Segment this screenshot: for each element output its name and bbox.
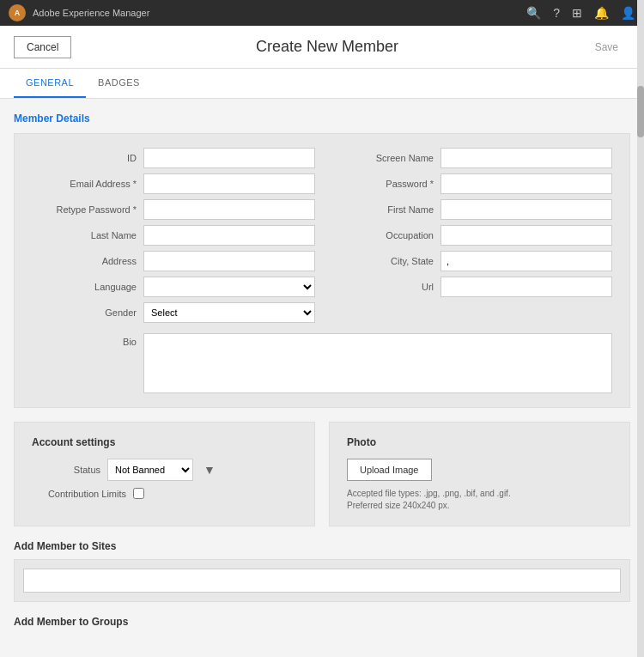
status-select[interactable]: Not Banned Banned bbox=[107, 459, 193, 481]
form-right-col: Screen Name Password * First Name Occupa… bbox=[329, 148, 612, 328]
tabs-bar: GENERAL BADGES bbox=[0, 69, 644, 99]
retype-password-label: Retype Password * bbox=[32, 204, 143, 215]
city-state-input[interactable] bbox=[440, 251, 612, 271]
status-row: Status Not Banned Banned ▼ bbox=[32, 459, 297, 481]
upload-image-button[interactable]: Upload Image bbox=[347, 459, 432, 481]
scrollbar[interactable] bbox=[637, 0, 644, 657]
account-photo-row: Account settings Status Not Banned Banne… bbox=[14, 422, 630, 526]
user-icon[interactable]: 👤 bbox=[621, 6, 635, 20]
sites-input-box bbox=[14, 559, 630, 602]
photo-hint: Accepted file types: .jpg, .png, .bif, a… bbox=[347, 488, 511, 512]
last-name-label: Last Name bbox=[32, 230, 143, 240]
url-input[interactable] bbox=[440, 277, 612, 297]
address-field-row: Address bbox=[32, 251, 315, 271]
last-name-input[interactable] bbox=[143, 225, 315, 246]
help-icon[interactable]: ? bbox=[553, 6, 560, 20]
first-name-label: First Name bbox=[329, 204, 440, 215]
language-field-row: Language bbox=[32, 277, 315, 297]
occupation-field-row: Occupation bbox=[329, 225, 612, 246]
id-label: ID bbox=[32, 153, 143, 163]
tab-badges[interactable]: BADGES bbox=[86, 69, 152, 98]
add-to-groups-title: Add Member to Groups bbox=[14, 616, 630, 628]
email-input[interactable] bbox=[143, 173, 315, 194]
content-area: Member Details ID Email Address * Retype… bbox=[0, 99, 644, 655]
photo-section: Upload Image Accepted file types: .jpg, … bbox=[347, 459, 612, 512]
scrollbar-thumb bbox=[637, 86, 644, 137]
cancel-button[interactable]: Cancel bbox=[14, 36, 71, 58]
header-bar: Cancel Create New Member Save bbox=[0, 26, 644, 69]
page-title: Create New Member bbox=[256, 38, 398, 56]
occupation-label: Occupation bbox=[329, 230, 440, 240]
password-field-row: Password * bbox=[329, 173, 612, 194]
password-input[interactable] bbox=[440, 173, 612, 194]
search-icon[interactable]: 🔍 bbox=[526, 6, 541, 20]
screen-name-label: Screen Name bbox=[329, 153, 440, 163]
gender-field-row: Gender Select bbox=[32, 302, 315, 323]
email-field-row: Email Address * bbox=[32, 173, 315, 194]
retype-password-input[interactable] bbox=[143, 199, 315, 220]
screen-name-input[interactable] bbox=[440, 148, 612, 168]
password-label: Password * bbox=[329, 179, 440, 189]
logo-icon: A bbox=[15, 9, 21, 17]
account-settings-title: Account settings bbox=[32, 436, 297, 448]
email-label: Email Address * bbox=[32, 179, 143, 189]
aem-logo: A bbox=[9, 4, 26, 21]
member-details-title: Member Details bbox=[14, 113, 630, 125]
add-to-sites-section: Add Member to Sites bbox=[14, 540, 630, 602]
tab-general[interactable]: GENERAL bbox=[14, 69, 86, 98]
gender-label: Gender bbox=[32, 307, 143, 318]
bio-input[interactable] bbox=[143, 333, 612, 393]
account-settings-card: Account settings Status Not Banned Banne… bbox=[14, 422, 315, 526]
add-to-sites-title: Add Member to Sites bbox=[14, 540, 630, 552]
id-input[interactable] bbox=[143, 148, 315, 168]
member-details-card: ID Email Address * Retype Password * Las… bbox=[14, 133, 630, 408]
bio-label: Bio bbox=[32, 333, 143, 347]
contribution-limits-row: Contribution Limits bbox=[32, 488, 297, 499]
language-select[interactable] bbox=[143, 277, 315, 297]
add-to-groups-section: Add Member to Groups bbox=[14, 616, 630, 628]
first-name-input[interactable] bbox=[440, 199, 612, 220]
top-bar-icons: 🔍 ? ⊞ 🔔 👤 bbox=[526, 6, 635, 20]
occupation-input[interactable] bbox=[440, 225, 612, 246]
screen-name-field-row: Screen Name bbox=[329, 148, 612, 168]
language-label: Language bbox=[32, 282, 143, 292]
top-bar-left: A Adobe Experience Manager bbox=[9, 4, 149, 21]
url-field-row: Url bbox=[329, 277, 612, 297]
status-dropdown-icon: ▼ bbox=[204, 463, 216, 477]
city-state-field-row: City, State bbox=[329, 251, 612, 271]
gender-select[interactable]: Select bbox=[143, 302, 315, 323]
retype-password-field-row: Retype Password * bbox=[32, 199, 315, 220]
first-name-field-row: First Name bbox=[329, 199, 612, 220]
url-label: Url bbox=[329, 282, 440, 292]
save-button[interactable]: Save bbox=[583, 37, 630, 58]
photo-card: Photo Upload Image Accepted file types: … bbox=[329, 422, 630, 526]
photo-title: Photo bbox=[347, 436, 612, 448]
contribution-limits-label: Contribution Limits bbox=[32, 489, 126, 499]
bio-field-row: Bio bbox=[32, 333, 612, 393]
sites-search-input[interactable] bbox=[23, 569, 621, 593]
top-nav-bar: A Adobe Experience Manager 🔍 ? ⊞ 🔔 👤 bbox=[0, 0, 644, 26]
app-name: Adobe Experience Manager bbox=[33, 8, 149, 18]
city-state-label: City, State bbox=[329, 256, 440, 266]
address-input[interactable] bbox=[143, 251, 315, 271]
last-name-field-row: Last Name bbox=[32, 225, 315, 246]
status-label: Status bbox=[32, 465, 100, 475]
id-field-row: ID bbox=[32, 148, 315, 168]
form-left-col: ID Email Address * Retype Password * Las… bbox=[32, 148, 315, 328]
contribution-limits-checkbox[interactable] bbox=[133, 488, 144, 499]
address-label: Address bbox=[32, 256, 143, 266]
grid-icon[interactable]: ⊞ bbox=[572, 6, 582, 20]
bell-icon[interactable]: 🔔 bbox=[594, 6, 609, 20]
